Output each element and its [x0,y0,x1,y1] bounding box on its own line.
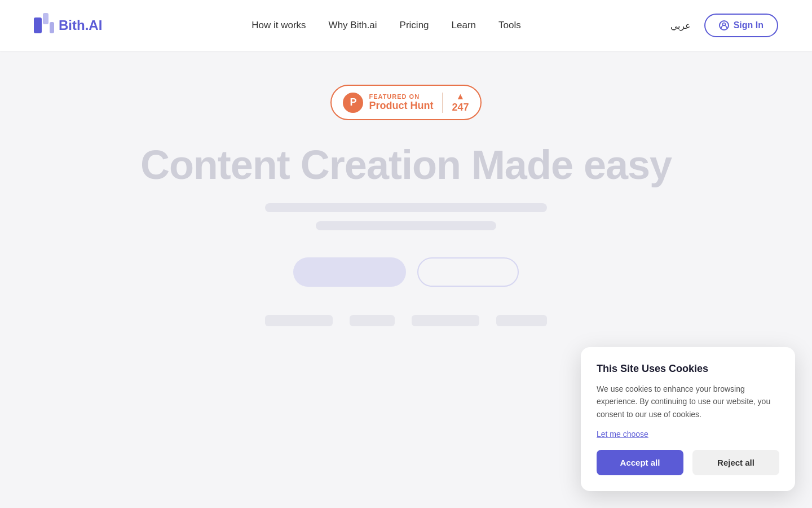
ph-count-section: ▲ 247 [452,91,469,113]
cookie-buttons: Accept all Reject all [597,450,779,475]
logo-icon [34,13,54,38]
svg-rect-1 [43,13,48,24]
nav-why-bith[interactable]: Why Bith.ai [329,20,377,30]
logo-text: Bith.AI [59,17,102,33]
cookie-description: We use cookies to enhance your browsing … [597,383,779,421]
ph-divider [442,93,443,113]
user-icon [719,20,729,30]
product-hunt-badge[interactable]: P FEATURED ON Product Hunt ▲ 247 [330,85,481,120]
ph-name: Product Hunt [369,100,433,112]
nav-learn[interactable]: Learn [452,20,476,30]
nav-tools[interactable]: Tools [498,20,521,30]
nav-how-it-works[interactable]: How it works [251,20,306,30]
ph-count: 247 [452,102,469,113]
arabic-link[interactable]: عربي [670,20,691,31]
nav-links: How it works Why Bith.ai Pricing Learn T… [251,20,520,31]
logo[interactable]: Bith.AI [34,13,102,38]
blurred-block-4 [496,315,547,326]
blurred-block-2 [350,315,395,326]
let-me-choose-link[interactable]: Let me choose [597,430,779,439]
sign-in-label: Sign In [734,20,764,30]
cookie-title: This Site Uses Cookies [597,363,779,375]
hero-subtitle-line-1 [265,203,547,212]
ph-featured-label: FEATURED ON [369,93,433,100]
nav-right: عربي Sign In [670,14,778,37]
navbar: Bith.AI How it works Why Bith.ai Pricing… [0,0,812,51]
hero-cta-area [293,257,519,287]
product-hunt-text: FEATURED ON Product Hunt [369,93,433,112]
ph-upvote-arrow: ▲ [456,91,465,102]
sign-in-button[interactable]: Sign In [704,14,778,37]
cta-primary-placeholder [293,257,406,287]
blurred-content-area [265,315,547,326]
nav-pricing[interactable]: Pricing [400,20,429,30]
blurred-block-3 [412,315,479,326]
cookie-banner: This Site Uses Cookies We use cookies to… [581,347,795,491]
cta-secondary-placeholder [417,257,519,287]
blurred-block-1 [265,315,333,326]
svg-rect-0 [34,17,42,33]
product-hunt-icon: P [343,93,363,113]
hero-subtitle-line-2 [316,221,496,230]
accept-all-button[interactable]: Accept all [597,450,683,475]
reject-all-button[interactable]: Reject all [692,450,779,475]
svg-rect-2 [50,22,54,33]
hero-title: Content Creation Made easy [140,143,672,187]
